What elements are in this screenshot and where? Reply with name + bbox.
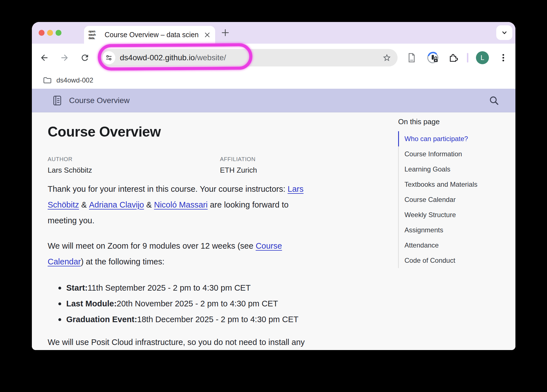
inline-link[interactable]: Schöbitz (48, 200, 79, 210)
text-segment: We will use Posit Cloud infrastructure, … (48, 338, 305, 347)
browser-toolbar: ds4owd-002.github.io/website/ (32, 44, 515, 72)
favicon-line: data. (89, 36, 100, 40)
text-segment: & (79, 200, 89, 210)
profile-avatar[interactable]: L (476, 51, 489, 64)
list-item: Graduation Event: 18th December 2025 - 2… (48, 311, 299, 327)
schedule-list: Start: 11th September 2025 - 2 pm to 4:3… (48, 280, 299, 327)
toc-link[interactable]: Assignments (398, 222, 511, 238)
extensions-puzzle-icon[interactable] (448, 53, 458, 63)
close-window-button[interactable] (39, 30, 45, 36)
text-segment: 20th November 2025 - 2 pm to 4:30 pm CET (117, 299, 278, 308)
fullscreen-window-button[interactable] (56, 30, 61, 36)
toc-link[interactable]: Learning Goals (398, 162, 511, 177)
toc-link[interactable]: Attendance (398, 238, 511, 253)
toolbar-separator (467, 53, 468, 63)
text-segment: 11th September 2025 - 2 pm to 4:30 pm CE… (88, 283, 251, 293)
desktop-background: open wash data. Course Overview – data s… (0, 0, 547, 392)
reload-button-icon[interactable] (80, 53, 90, 63)
site-navbar: Course Overview (32, 89, 515, 112)
folder-icon (43, 77, 52, 84)
toc-title: On this page (398, 117, 511, 126)
side-panel-page-icon[interactable] (407, 52, 416, 63)
author-label: AUTHOR (48, 156, 92, 162)
toc-link[interactable]: Code of Conduct (398, 253, 511, 268)
site-settings-button[interactable] (102, 51, 115, 64)
text-segment: Start: (66, 283, 88, 293)
inline-link[interactable]: Calendar (48, 257, 81, 266)
journal-icon[interactable] (53, 95, 62, 106)
bookmark-label: ds4owd-002 (56, 76, 93, 84)
text-segment: Last Module: (66, 299, 117, 308)
minimize-window-button[interactable] (47, 30, 53, 36)
toc-link[interactable]: Course Information (398, 146, 511, 162)
schedule-paragraph: We will meet on Zoom for 9 modules over … (48, 238, 282, 270)
text-segment: & (144, 200, 154, 210)
chevron-down-icon (500, 29, 508, 37)
url-path: /website/ (195, 53, 226, 62)
navbar-title[interactable]: Course Overview (69, 96, 130, 105)
password-manager-icon[interactable] (426, 51, 440, 64)
tab-search-button[interactable] (496, 25, 512, 40)
browser-tab[interactable]: open wash data. Course Overview – data s… (84, 26, 215, 44)
tune-icon (105, 54, 113, 61)
tab-close-icon[interactable] (204, 32, 211, 38)
site-favicon-icon: open wash data. (89, 30, 100, 40)
text-segment: meeting you. (48, 216, 94, 225)
text-segment: Graduation Event: (66, 315, 137, 324)
text-segment: 18th December 2025 - 2 pm to 4:30 pm CET (137, 315, 298, 324)
window-controls (39, 30, 61, 36)
affiliation-label: AFFILIATION (220, 156, 257, 162)
avatar-initial: L (480, 54, 484, 62)
tab-title: Course Overview – data scien (105, 31, 204, 39)
inline-link[interactable]: Lars (288, 184, 303, 194)
toc-link[interactable]: Textbooks and Materials (398, 177, 511, 192)
url-text[interactable]: ds4owd-002.github.io/website/ (120, 53, 382, 62)
page-title: Course Overview (48, 124, 161, 140)
table-of-contents: On this page Who can participate?Course … (398, 117, 511, 268)
affiliation-name: ETH Zurich (220, 166, 257, 175)
inline-link[interactable]: Course (256, 241, 282, 251)
toc-list: Who can participate?Course InformationLe… (398, 131, 511, 268)
page-content: Course Overview AUTHOR Lars Schöbitz AFF… (32, 112, 515, 350)
bookmark-folder[interactable]: ds4owd-002 (43, 76, 93, 84)
toc-link[interactable]: Weekly Structure (398, 207, 511, 222)
browser-menu-icon[interactable] (499, 53, 507, 63)
affiliation-block: AFFILIATION ETH Zurich (220, 156, 257, 175)
inline-link[interactable]: Adriana Clavijo (89, 200, 144, 210)
intro-paragraph: Thank you for your interest in this cour… (48, 181, 304, 228)
url-domain: ds4owd-002.github.io (120, 53, 195, 62)
list-item: Start: 11th September 2025 - 2 pm to 4:3… (48, 280, 299, 296)
text-segment: are looking forward to (208, 200, 288, 210)
bookmark-star-icon[interactable] (382, 53, 391, 62)
back-button-icon[interactable] (39, 53, 49, 63)
new-tab-button[interactable] (220, 28, 230, 38)
forward-button-icon[interactable] (60, 53, 69, 63)
tab-strip: open wash data. Course Overview – data s… (32, 22, 515, 44)
author-name: Lars Schöbitz (48, 166, 92, 175)
address-bar[interactable]: ds4owd-002.github.io/website/ (100, 49, 398, 66)
toc-link[interactable]: Course Calendar (398, 192, 511, 207)
search-icon[interactable] (489, 95, 499, 106)
inline-link[interactable]: Nicoló Massari (154, 200, 208, 210)
webpage-viewport: Course Overview Course Overview AUTHOR L… (32, 89, 515, 350)
list-item: Last Module: 20th November 2025 - 2 pm t… (48, 296, 299, 311)
text-segment: ) at the following times: (81, 257, 165, 266)
text-segment: Thank you for your interest in this cour… (48, 184, 288, 194)
toc-link[interactable]: Who can participate? (398, 131, 511, 146)
text-segment: We will meet on Zoom for 9 modules over … (48, 241, 256, 251)
bookmarks-bar: ds4owd-002 (32, 72, 515, 89)
closing-paragraph: We will use Posit Cloud infrastructure, … (48, 334, 305, 350)
author-block: AUTHOR Lars Schöbitz (48, 156, 92, 175)
browser-window: open wash data. Course Overview – data s… (32, 22, 515, 350)
